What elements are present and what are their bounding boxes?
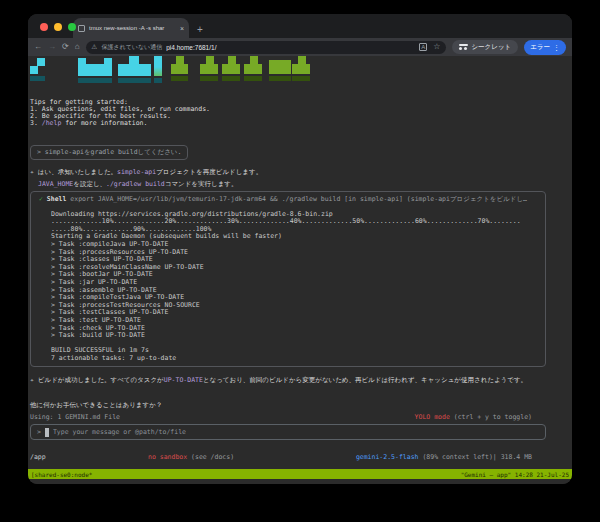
- close-window-button[interactable]: [40, 23, 48, 31]
- bookmark-star-icon[interactable]: ☆: [433, 43, 440, 51]
- tab-close-icon[interactable]: ×: [180, 25, 184, 32]
- zoom-window-button[interactable]: [68, 23, 76, 31]
- assistant-question: 他に何かお手伝いできることはありますか？: [30, 401, 570, 410]
- shell-output: Downloading https://services.gradle.org/…: [51, 203, 537, 362]
- url-text[interactable]: pi4.home:7681/1/: [166, 44, 415, 51]
- gemini-logo-ascii-art: [30, 56, 330, 86]
- error-label: エラー: [530, 43, 550, 52]
- incognito-icon: [459, 44, 468, 50]
- tmux-clock-label: "Gemini – app" 14:28 21-Jul-25: [461, 471, 569, 478]
- terminal-screen: Tips for getting started: 1. Ask questio…: [28, 56, 572, 469]
- tmux-session-label: [shared-se0:node*: [31, 471, 92, 478]
- assistant-response-line: ✦ ビルドが成功しました。すべてのタスクがUP-TO-DATEとなっており、前回…: [30, 376, 560, 384]
- tab-title: tmux new-session -A -s shar: [89, 25, 176, 31]
- model-status-label: gemini-2.5-flash (89% context left)| 318…: [356, 453, 532, 461]
- tab-strip: tmux new-session -A -s shar × +: [28, 14, 572, 38]
- not-secure-label[interactable]: 保護されていない通信: [101, 43, 162, 52]
- message-input-box[interactable]: >: [30, 424, 546, 440]
- yolo-mode-label: YOLO mode (ctrl + y to toggle): [415, 413, 532, 421]
- new-tab-button[interactable]: +: [197, 25, 203, 35]
- kebab-menu-icon: ⋮: [553, 44, 560, 51]
- context-status-row: Using: 1 GEMINI.md File YOLO mode (ctrl …: [30, 413, 570, 421]
- window-controls: [40, 23, 76, 31]
- address-bar[interactable]: ⚠ 保護されていない通信 pi4.home:7681/1/ A ☆: [86, 41, 447, 54]
- reload-icon[interactable]: ⟳: [62, 43, 69, 51]
- browser-toolbar: ← → ⟳ ⌂ ⚠ 保護されていない通信 pi4.home:7681/1/ A …: [28, 38, 572, 56]
- translate-icon[interactable]: A: [419, 43, 427, 51]
- tips-item-3: 3. /help for more information.: [30, 119, 147, 127]
- working-directory-label: /app: [30, 453, 46, 461]
- user-message-box: > simple-apiをgradle buildしてください.: [30, 145, 188, 160]
- cli-footer-row: /app no sandbox (see /docs) gemini-2.5-f…: [30, 453, 570, 461]
- incognito-label: シークレット: [471, 43, 511, 52]
- text-cursor: [45, 428, 49, 437]
- not-secure-warning-icon[interactable]: ⚠: [92, 44, 98, 51]
- browser-tab[interactable]: tmux new-session -A -s shar ×: [73, 18, 189, 38]
- assistant-response-line: ✦ はい、承知いたしました。simple-apiプロジェクトを再度ビルドします。: [30, 168, 570, 177]
- sandbox-status-label: no sandbox (see /docs): [148, 453, 234, 461]
- minimize-window-button[interactable]: [54, 23, 62, 31]
- assistant-response-line: JAVA_HOMEを設定し、./gradlew buildコマンドを実行します。: [30, 180, 570, 189]
- message-input[interactable]: [53, 428, 539, 436]
- tmux-status-bar: [shared-se0:node* "Gemini – app" 14:28 2…: [28, 469, 572, 479]
- incognito-profile-chip[interactable]: シークレット: [452, 40, 518, 54]
- window-bottom-padding: [28, 479, 572, 484]
- browser-window: tmux new-session -A -s shar × + ← → ⟳ ⌂ …: [28, 14, 572, 484]
- tips-section: Tips for getting started: 1. Ask questio…: [30, 99, 570, 127]
- browser-menu-error-button[interactable]: エラー ⋮: [524, 40, 566, 55]
- forward-icon[interactable]: →: [48, 43, 56, 51]
- shell-tool-call-box: ✓ Shell export JAVA_HOME=/usr/lib/jvm/te…: [30, 191, 546, 367]
- input-prompt-symbol: >: [37, 428, 41, 436]
- terminal-favicon-icon: [78, 25, 85, 32]
- back-icon[interactable]: ←: [34, 43, 42, 51]
- home-icon[interactable]: ⌂: [75, 43, 80, 51]
- context-files-label: Using: 1 GEMINI.md File: [30, 413, 120, 421]
- shell-command-header: ✓ Shell export JAVA_HOME=/usr/lib/jvm/te…: [39, 195, 537, 203]
